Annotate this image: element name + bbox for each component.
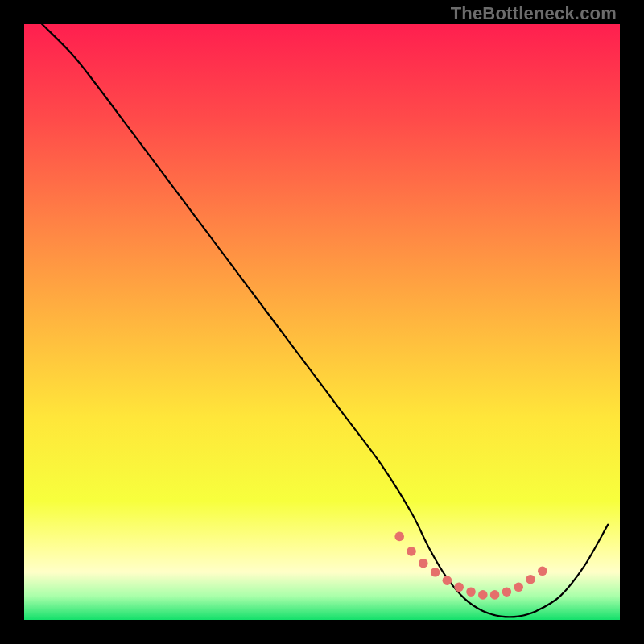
- valley-dot: [466, 587, 476, 597]
- watermark-text: TheBottleneck.com: [451, 3, 617, 24]
- valley-dot: [478, 590, 488, 600]
- valley-dot: [431, 568, 440, 577]
- valley-dot: [419, 559, 428, 568]
- gradient-chart: [24, 24, 620, 620]
- valley-dot: [514, 583, 523, 592]
- valley-dot: [490, 590, 500, 600]
- valley-dot: [443, 576, 452, 585]
- valley-dot: [394, 532, 404, 542]
- valley-dot: [526, 575, 535, 584]
- valley-dot: [502, 587, 512, 597]
- chart-frame: [24, 24, 620, 620]
- valley-dot: [407, 547, 416, 556]
- valley-dot: [454, 583, 464, 592]
- valley-dot: [538, 567, 547, 576]
- gradient-background: [24, 24, 620, 620]
